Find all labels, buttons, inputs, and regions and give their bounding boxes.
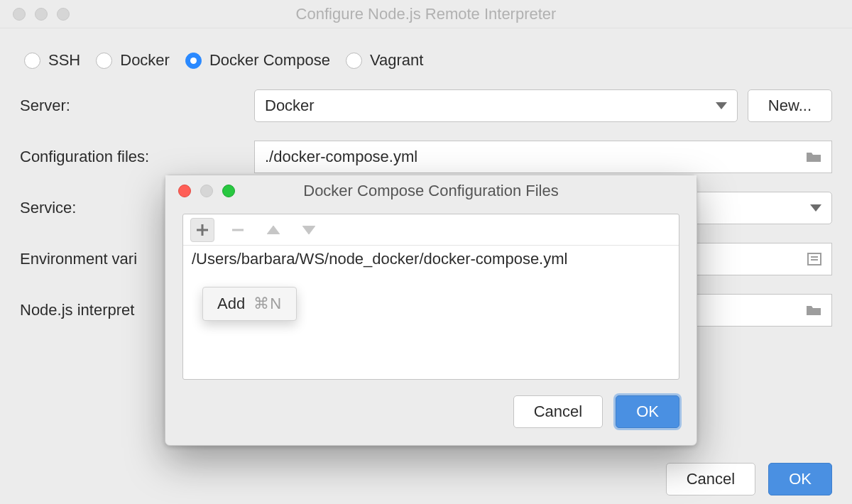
new-server-button-label: New... <box>768 97 812 115</box>
zoom-dot[interactable] <box>57 8 70 21</box>
list-item[interactable]: /Users/barbara/WS/node_docker/docker-com… <box>192 250 670 268</box>
list-icon[interactable] <box>807 253 821 265</box>
dialog-traffic-lights <box>178 185 235 197</box>
move-down-button[interactable] <box>297 218 321 242</box>
dialog-ok-button[interactable]: OK <box>616 395 679 428</box>
tooltip-shortcut: ⌘N <box>253 295 282 313</box>
new-server-button[interactable]: New... <box>748 89 832 122</box>
server-select[interactable]: Docker <box>254 89 738 122</box>
svg-marker-1 <box>810 204 821 212</box>
minus-icon <box>231 224 244 236</box>
dialog-cancel-label: Cancel <box>534 402 582 421</box>
radio-vagrant[interactable]: Vagrant <box>346 51 423 70</box>
radio-ssh-label: SSH <box>48 51 80 70</box>
main-titlebar: Configure Node.js Remote Interpreter <box>0 0 852 28</box>
dialog-titlebar: Docker Compose Configuration Files <box>165 175 697 207</box>
main-ok-label: OK <box>789 470 812 488</box>
svg-marker-0 <box>716 102 727 109</box>
main-traffic-lights <box>13 8 70 21</box>
folder-icon[interactable] <box>806 150 821 163</box>
radio-vagrant-label: Vagrant <box>370 51 423 70</box>
radio-icon-selected <box>185 53 202 69</box>
folder-icon[interactable] <box>806 304 821 317</box>
server-select-value: Docker <box>265 97 315 115</box>
remove-button[interactable] <box>226 218 250 242</box>
add-tooltip: Add ⌘N <box>202 287 297 321</box>
dialog-title: Docker Compose Configuration Files <box>165 182 697 200</box>
radio-docker-compose-label: Docker Compose <box>209 51 330 70</box>
config-files-input[interactable]: ./docker-compose.yml <box>254 141 832 173</box>
minimize-dot[interactable] <box>35 8 48 21</box>
minimize-dot[interactable] <box>200 185 213 197</box>
tooltip-label: Add <box>217 295 245 313</box>
main-window-title: Configure Node.js Remote Interpreter <box>0 5 852 23</box>
plus-icon <box>196 224 209 236</box>
radio-docker[interactable]: Docker <box>96 51 170 70</box>
zoom-dot[interactable] <box>222 185 235 197</box>
radio-docker-compose[interactable]: Docker Compose <box>185 51 330 70</box>
radio-docker-label: Docker <box>120 51 170 70</box>
close-dot[interactable] <box>13 8 26 21</box>
add-button[interactable] <box>190 218 214 242</box>
radio-ssh[interactable]: SSH <box>24 51 80 70</box>
radio-icon <box>346 53 362 69</box>
config-files-value: ./docker-compose.yml <box>265 148 417 166</box>
main-ok-button[interactable]: OK <box>768 463 832 495</box>
server-label: Server: <box>20 97 240 115</box>
radio-icon <box>96 53 112 69</box>
chevron-down-icon <box>810 204 821 212</box>
svg-marker-8 <box>267 226 280 234</box>
list-toolbar <box>183 214 679 246</box>
svg-marker-9 <box>302 226 315 234</box>
radio-icon <box>24 53 40 69</box>
triangle-up-icon <box>267 226 280 234</box>
triangle-down-icon <box>302 226 315 234</box>
connection-type-radio-row: SSH Docker Docker Compose Vagrant <box>20 44 832 89</box>
dialog-ok-label: OK <box>636 402 659 421</box>
main-cancel-label: Cancel <box>687 470 735 488</box>
main-cancel-button[interactable]: Cancel <box>666 463 755 495</box>
chevron-down-icon <box>716 102 727 109</box>
close-dot[interactable] <box>178 185 191 197</box>
move-up-button[interactable] <box>261 218 285 242</box>
dialog-cancel-button[interactable]: Cancel <box>513 395 603 428</box>
config-files-dialog: Docker Compose Configuration Files /User… <box>165 175 697 446</box>
config-files-label: Configuration files: <box>20 148 240 166</box>
